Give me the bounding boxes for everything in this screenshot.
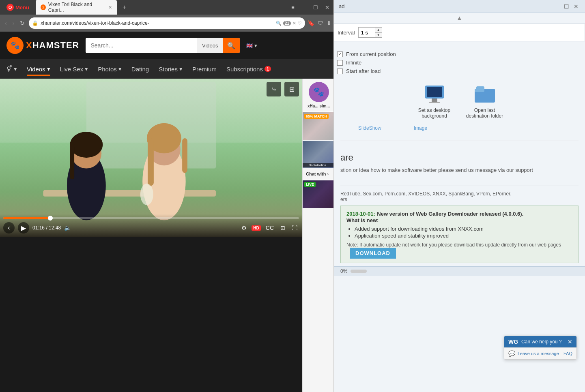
news-date: 2018-10-01:: [346, 211, 375, 217]
video-scene-svg: [0, 79, 302, 237]
wgd-interval-row: Interval ▲ ▼: [334, 24, 585, 41]
nav-photos-label: Photos: [98, 66, 117, 73]
sidebar-thumb-2[interactable]: NadiaHolida...: [303, 140, 335, 168]
wgd-close-button[interactable]: ✕: [572, 2, 580, 11]
search-submit-button[interactable]: 🔍: [223, 38, 240, 53]
site-header: 🐾 XHAMSTER Videos 🔍 🇬🇧 ▾: [0, 32, 335, 59]
address-input[interactable]: 🔒 xhamster.com/videos/vixen-tori-black-a…: [29, 17, 305, 29]
start-after-load-label: Start after load: [346, 68, 381, 74]
bookmark-icon[interactable]: 🔖: [308, 20, 314, 26]
nav-premium[interactable]: Premium: [192, 64, 217, 74]
sidebar-thumb-live[interactable]: LIVE: [303, 180, 335, 208]
interval-input[interactable]: [359, 28, 375, 37]
interval-label: Interval: [338, 30, 355, 36]
site-logo[interactable]: 🐾 XHAMSTER: [6, 37, 79, 54]
nav-videos[interactable]: Videos ▾: [27, 64, 50, 74]
stacked-windows-icon[interactable]: ≡: [288, 3, 297, 12]
svg-rect-11: [148, 138, 154, 186]
prev-button[interactable]: ‹: [3, 222, 15, 233]
download-icon[interactable]: ⬇: [327, 20, 331, 26]
tab-count-badge: 21: [283, 21, 291, 26]
start-after-load-row: Start after load: [337, 68, 582, 74]
nav-gender-button[interactable]: ⚥ ▾: [6, 64, 17, 74]
forward-button[interactable]: ›: [11, 19, 16, 27]
sidebar-thumb-1[interactable]: 65% MATCH: [303, 111, 335, 140]
video-player[interactable]: ⤷ ⊞ ‹ ▶ 0: [0, 79, 302, 237]
leave-message-link[interactable]: Leave us a message: [518, 351, 559, 356]
profile-name: xHa... sim...: [308, 104, 330, 108]
search-input[interactable]: [86, 42, 196, 49]
infinite-checkbox[interactable]: [337, 60, 343, 66]
video-progress-thumb: [48, 216, 53, 221]
close-button[interactable]: ✕: [323, 3, 331, 12]
nav-photos[interactable]: Photos ▾: [98, 64, 122, 74]
nav-stories-arrow: ▾: [179, 65, 183, 73]
from-current-checkbox[interactable]: [337, 51, 343, 57]
nav-dating[interactable]: Dating: [131, 64, 149, 74]
slideshow-label[interactable]: SlideShow: [358, 125, 381, 131]
wgd-scroll-up-button[interactable]: ▲: [334, 13, 585, 24]
set-desktop-label: Set as desktop background: [414, 107, 455, 119]
hd-badge: HD: [252, 225, 260, 231]
nav-dating-label: Dating: [131, 66, 149, 73]
interval-spinner[interactable]: ▲ ▼: [358, 27, 382, 38]
monitor-icon: [424, 84, 445, 104]
wgd-are-section: are stion or idea how to make software b…: [334, 146, 585, 181]
shield-icon[interactable]: 🛡: [318, 20, 323, 26]
message-icon: 💬: [508, 350, 515, 357]
nav-premium-label: Premium: [192, 66, 217, 73]
faq-link[interactable]: FAQ: [563, 351, 572, 356]
fullscreen-icon[interactable]: ⛶: [290, 223, 299, 233]
nav-subscriptions[interactable]: Subscriptions 1: [226, 64, 271, 74]
browser-titlebar: O Menu x Vixen Tori Black and Capri... ✕…: [0, 0, 335, 15]
image-label[interactable]: Image: [414, 125, 427, 131]
pip-icon[interactable]: ⊡: [279, 223, 287, 233]
captions-icon[interactable]: CC: [264, 223, 275, 233]
tab-close-icon[interactable]: ✕: [108, 5, 112, 10]
nav-live-sex[interactable]: Live Sex ▾: [60, 64, 88, 74]
settings-icon[interactable]: ⚙: [240, 223, 248, 233]
refresh-button[interactable]: ↻: [18, 19, 26, 27]
nav-videos-arrow: ▾: [47, 65, 50, 73]
open-last-folder-item[interactable]: Open last destination folder: [465, 84, 505, 119]
news-item-1: Added support for downloading videos fro…: [355, 226, 572, 232]
nav-photos-arrow: ▾: [118, 65, 122, 73]
news-subtitle: What is new:: [346, 217, 572, 223]
new-tab-button[interactable]: +: [120, 4, 129, 11]
maximize-button[interactable]: ☐: [311, 3, 320, 12]
svg-rect-20: [476, 86, 484, 90]
set-desktop-item[interactable]: Set as desktop background: [414, 84, 455, 119]
grid-button[interactable]: ⊞: [284, 82, 299, 96]
search-bar[interactable]: Videos 🔍: [86, 38, 240, 53]
language-selector[interactable]: 🇬🇧 ▾: [246, 43, 257, 49]
news-item-2: Application speed and stability improved: [355, 233, 572, 239]
share-button[interactable]: ⤷: [267, 82, 281, 96]
video-right-controls: ⚙ HD CC ⊡ ⛶: [240, 223, 299, 233]
download-button[interactable]: DOWNLOAD: [350, 248, 396, 259]
active-tab[interactable]: x Vixen Tori Black and Capri... ✕: [36, 0, 117, 15]
chat-widget-close-button[interactable]: ✕: [568, 338, 572, 345]
nav-stories[interactable]: Stories ▾: [159, 64, 183, 74]
minimize-button[interactable]: —: [300, 3, 309, 12]
search-type-button[interactable]: Videos: [197, 38, 223, 53]
wgd-status-bar: 0%: [334, 266, 585, 276]
spinner-down-button[interactable]: ▼: [375, 33, 382, 38]
sidebar-thumb-2-label: NadiaHolida...: [303, 163, 335, 167]
video-progress-bar[interactable]: [3, 217, 299, 219]
wgd-minimize-button[interactable]: —: [553, 2, 561, 11]
chat-title[interactable]: Chat with ›: [306, 171, 331, 176]
start-after-load-checkbox[interactable]: [337, 69, 343, 74]
wgd-maximize-button[interactable]: ☐: [562, 2, 570, 11]
extension-x-icon: ✕: [292, 21, 296, 26]
back-button[interactable]: ‹: [3, 19, 9, 27]
wgd-icons-row: Set as desktop background Open last dest…: [334, 77, 585, 125]
sidebar-profile[interactable]: 🐾 xHa... sim...: [303, 79, 335, 111]
volume-button[interactable]: 🔈: [64, 225, 71, 231]
match-badge: 65% MATCH: [304, 114, 329, 119]
live-badge: LIVE: [304, 182, 316, 187]
menu-button[interactable]: O Menu: [3, 2, 32, 13]
svg-rect-7: [70, 145, 74, 179]
play-button[interactable]: ▶: [18, 222, 29, 233]
spinner-up-button[interactable]: ▲: [375, 28, 382, 33]
folder-icon: [475, 84, 495, 104]
